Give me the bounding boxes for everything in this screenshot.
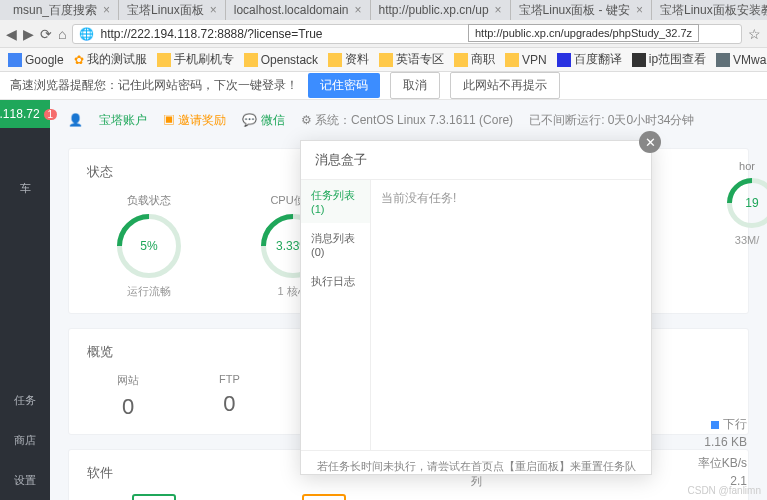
url-text: http://222.194.118.72:8888/?license=True xyxy=(100,27,322,41)
sidebar-ip[interactable]: 1.118.721 xyxy=(0,100,50,128)
star-icon[interactable]: ☆ xyxy=(748,26,761,42)
tab-4[interactable]: 宝塔Linux面板 - 键安× xyxy=(511,0,652,20)
bookmark-data[interactable]: 资料 xyxy=(328,51,369,68)
home-icon[interactable]: ⌂ xyxy=(58,26,66,42)
close-icon[interactable]: × xyxy=(210,3,217,17)
overview-ftp[interactable]: FTP 0 xyxy=(219,373,240,420)
pw-msg: 高速浏览器提醒您：记住此网站密码，下次一键登录！ xyxy=(10,77,298,94)
sidebar-item-tasks[interactable]: 任务 xyxy=(0,380,50,420)
close-icon[interactable]: × xyxy=(636,3,643,17)
invite-link[interactable]: ▣ 邀请奖励 xyxy=(163,112,226,129)
close-icon[interactable]: × xyxy=(103,3,110,17)
load-stat: 负载状态 5% 运行流畅 xyxy=(117,193,181,299)
url-tooltip: http://public.xp.cn/upgrades/phpStudy_32… xyxy=(468,24,699,42)
site-count: 0 xyxy=(122,394,134,420)
modal-title: 消息盒子 xyxy=(301,141,651,180)
mem-stat-partial: hor 19 33M/ xyxy=(727,160,767,246)
sidebar: 1.118.721 车 任务 商店 设置 xyxy=(0,100,50,500)
uptime: 已不间断运行: 0天0小时34分钟 xyxy=(529,112,694,129)
overview-site[interactable]: 网站 0 xyxy=(117,373,139,420)
ftp-count: 0 xyxy=(223,391,235,417)
tab-1[interactable]: 宝塔Linux面板× xyxy=(119,0,226,20)
tab-5[interactable]: 宝塔Linux面板安装教程× xyxy=(652,0,767,20)
reload-icon[interactable]: ⟳ xyxy=(40,26,52,42)
sidebar-item-1[interactable]: 车 xyxy=(0,168,50,208)
load-label: 负载状态 xyxy=(127,193,171,208)
watermark: CSDN @fanlimn xyxy=(687,485,761,496)
tab-3[interactable]: http://public.xp.cn/up× xyxy=(371,0,511,20)
ftp-label: FTP xyxy=(219,373,240,385)
terminal-icon: >_ xyxy=(132,494,176,500)
message-box-modal: ✕ 消息盒子 任务列表(1) 消息列表(0) 执行日志 当前没有任务! 若任务长… xyxy=(300,140,652,475)
user-icon: 👤 xyxy=(68,113,83,127)
wechat-link[interactable]: 💬 微信 xyxy=(242,112,284,129)
sidebar-item-0[interactable] xyxy=(0,128,50,168)
bookmark-vpn[interactable]: VPN xyxy=(505,53,547,67)
close-icon[interactable]: × xyxy=(354,3,361,17)
bookmark-phone[interactable]: 手机刷机专 xyxy=(157,51,234,68)
password-save-bar: 高速浏览器提醒您：记住此网站密码，下次一键登录！ 记住密码 取消 此网站不再提示 xyxy=(0,72,767,100)
account-link[interactable]: 宝塔账户 xyxy=(99,112,147,129)
sidebar-item-settings[interactable]: 设置 xyxy=(0,460,50,500)
load-sub: 运行流畅 xyxy=(127,284,171,299)
bookmark-google[interactable]: Google xyxy=(8,53,64,67)
tab-2[interactable]: localhost.localdomain× xyxy=(226,0,371,20)
bookmarks-bar: Google ✿我的测试服 手机刷机专 Openstack 资料 英语专区 商职… xyxy=(0,48,767,72)
site-label: 网站 xyxy=(117,373,139,388)
modal-tab-tasks[interactable]: 任务列表(1) xyxy=(301,180,370,223)
software-ssh[interactable]: >_ 宝塔SSH终端 1.0 ▸ xyxy=(107,494,201,500)
sys-info: ⚙ 系统：CentOS Linux 7.3.1611 (Core) xyxy=(301,112,513,129)
wechat-icon: 💬 xyxy=(242,113,257,127)
down-dot-icon xyxy=(711,421,719,429)
modal-tab-logs[interactable]: 执行日志 xyxy=(301,266,370,297)
bookmark-test[interactable]: ✿我的测试服 xyxy=(74,51,147,68)
close-icon[interactable]: × xyxy=(495,3,502,17)
modal-tab-msgs[interactable]: 消息列表(0) xyxy=(301,223,370,266)
tab-0[interactable]: msun_百度搜索× xyxy=(5,0,119,20)
modal-content: 当前没有任务! xyxy=(371,180,651,450)
bookmark-vmware[interactable]: VMware vSp xyxy=(716,53,767,67)
globe-icon: 🌐 xyxy=(79,27,94,41)
bookmark-openstack[interactable]: Openstack xyxy=(244,53,318,67)
close-modal-button[interactable]: ✕ xyxy=(639,131,661,153)
modal-footer: 若任务长时间未执行，请尝试在首页点【重启面板】来重置任务队列 xyxy=(301,450,651,497)
top-info: 👤 宝塔账户 ▣ 邀请奖励 💬 微信 ⚙ 系统：CentOS Linux 7.3… xyxy=(68,106,749,134)
load-ring: 5% xyxy=(117,214,181,278)
empty-msg: 当前没有任务! xyxy=(381,191,456,205)
bookmark-ip[interactable]: ip范围查看 xyxy=(632,51,706,68)
sidebar-item-store[interactable]: 商店 xyxy=(0,420,50,460)
traffic-widget: 下行 1.16 KB 率位KB/s 2.1 xyxy=(698,416,747,488)
bookmark-english[interactable]: 英语专区 xyxy=(379,51,444,68)
down-value: 1.16 KB xyxy=(704,435,747,449)
gear-icon: ⚙ xyxy=(301,113,312,127)
sidebar-item-2[interactable] xyxy=(0,208,50,248)
cancel-button[interactable]: 取消 xyxy=(390,72,440,99)
browser-tabs: msun_百度搜索× 宝塔Linux面板× localhost.localdom… xyxy=(0,0,767,20)
bookmark-baidu[interactable]: 百度翻译 xyxy=(557,51,622,68)
forward-icon[interactable]: ▶ xyxy=(23,26,34,42)
save-password-button[interactable]: 记住密码 xyxy=(308,73,380,98)
modal-sidebar: 任务列表(1) 消息列表(0) 执行日志 xyxy=(301,180,371,450)
bookmark-biz[interactable]: 商职 xyxy=(454,51,495,68)
never-button[interactable]: 此网站不再提示 xyxy=(450,72,560,99)
back-icon[interactable]: ◀ xyxy=(6,26,17,42)
